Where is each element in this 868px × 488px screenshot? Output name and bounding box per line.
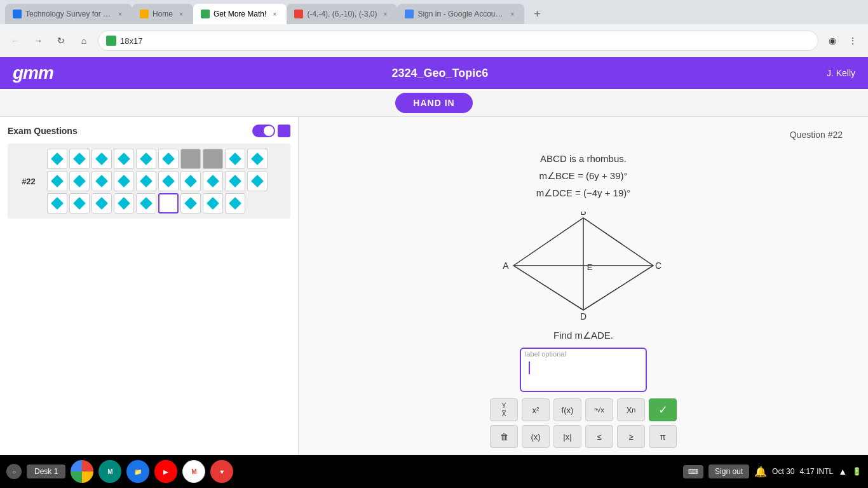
fraction-icon: Y X — [502, 403, 506, 417]
browser-tab-4[interactable]: (-4,-4), (6,-10), (-3,0) × — [287, 4, 397, 24]
forward-button[interactable]: → — [29, 32, 47, 50]
browser-tab-3[interactable]: Get More Math! × — [193, 4, 287, 24]
function-key[interactable]: f(x) — [553, 398, 581, 421]
grid-cell-12[interactable] — [69, 171, 90, 191]
new-tab-button[interactable]: + — [527, 4, 547, 24]
browser-chrome: Technology Survey for Studen... × Home ×… — [0, 0, 868, 57]
keyboard-row-2: 🗑 (x) |x| ≤ ≥ π — [490, 425, 677, 448]
diamond-icon — [207, 197, 219, 210]
gmail-app[interactable]: M — [182, 460, 205, 483]
check-key[interactable]: ✓ — [649, 398, 677, 421]
address-bar[interactable]: 18x17 — [98, 30, 818, 51]
grid-cell-21[interactable] — [47, 193, 67, 214]
grid-cell-25[interactable] — [136, 193, 156, 214]
grid-cell-16[interactable] — [158, 171, 179, 191]
geq-key[interactable]: ≥ — [617, 425, 645, 448]
browser-tab-2[interactable]: Home × — [132, 4, 193, 24]
grid-cell-3[interactable] — [92, 149, 112, 169]
signout-button[interactable]: Sign out — [709, 464, 749, 478]
tab-close-3[interactable]: × — [270, 10, 279, 18]
tab-close-2[interactable]: × — [177, 10, 186, 18]
answer-area: Find m∠ADE. label optional Y X x² f(x) — [324, 330, 843, 448]
pi-key[interactable]: π — [649, 425, 677, 448]
tab-title-2: Home — [153, 10, 173, 18]
tab-close-1[interactable]: × — [116, 10, 125, 18]
browser-tab-5[interactable]: Sign in - Google Accounts × — [397, 4, 524, 24]
grid-cell-28[interactable] — [203, 193, 223, 214]
grid-cell-6[interactable] — [158, 149, 179, 169]
tab-favicon-4 — [294, 10, 303, 18]
app-6[interactable]: ♥ — [210, 460, 233, 483]
abs-key[interactable]: |x| — [553, 425, 581, 448]
back-button[interactable]: ← — [6, 32, 24, 50]
tab-favicon-2 — [140, 10, 149, 18]
nthroot-key[interactable]: ⁿ√x — [585, 398, 613, 421]
refresh-button[interactable]: ↻ — [52, 32, 70, 50]
svg-text:B: B — [580, 212, 586, 217]
grid-cell-20[interactable] — [247, 171, 268, 191]
handin-button[interactable]: HAND IN — [395, 93, 472, 113]
desk-button[interactable]: Desk 1 — [27, 464, 65, 478]
grid-cell-22[interactable] — [69, 193, 90, 214]
home-button[interactable]: ⌂ — [75, 32, 93, 50]
grid-cell-24[interactable] — [114, 193, 134, 214]
tab-close-5[interactable]: × — [508, 10, 517, 18]
diamond-icon — [51, 152, 64, 165]
grid-cell-23[interactable] — [92, 193, 112, 214]
diamond-icon — [251, 175, 264, 187]
grid-cell-11[interactable] — [47, 171, 67, 191]
tab-title-4: (-4,-4), (6,-10), (-3,0) — [307, 10, 377, 18]
diamond-icon — [51, 175, 64, 187]
diamond-icon — [95, 175, 108, 187]
files-app[interactable]: 📁 — [126, 460, 149, 483]
diamond-icon — [73, 175, 86, 187]
grid-cell-27[interactable] — [180, 193, 201, 214]
grid-cell-9[interactable] — [225, 149, 245, 169]
panel-header: Exam Questions — [8, 125, 290, 137]
youtube-app[interactable]: ▶ — [154, 460, 177, 483]
notifications-icon[interactable]: 🔔 — [754, 466, 767, 478]
delete-key[interactable]: 🗑 — [490, 425, 518, 448]
cursor-blink — [529, 362, 530, 374]
diamond-icon — [229, 197, 241, 210]
grid-cell-26-current[interactable] — [158, 193, 179, 214]
subscript-key[interactable]: Xn — [617, 398, 645, 421]
menu-button[interactable]: ⋮ — [844, 32, 862, 50]
diamond-icon — [73, 152, 86, 165]
taskbar-date: Oct 30 — [772, 467, 794, 476]
grid-cell-8[interactable] — [203, 149, 223, 169]
svg-text:E: E — [587, 262, 593, 272]
parens-key[interactable]: (x) — [522, 425, 550, 448]
toggle[interactable] — [252, 125, 275, 137]
square-key[interactable]: x² — [522, 398, 550, 421]
grid-cell-14[interactable] — [114, 171, 134, 191]
grid-cell-17[interactable] — [180, 171, 201, 191]
grid-cell-15[interactable] — [136, 171, 156, 191]
toolbar-icons: ◉ ⋮ — [824, 32, 862, 50]
browser-tab-1[interactable]: Technology Survey for Studen... × — [5, 4, 132, 24]
chrome-app[interactable] — [71, 460, 93, 483]
grid-cell-18[interactable] — [203, 171, 223, 191]
diamond-icon — [162, 175, 175, 187]
overview-button[interactable]: ○ — [6, 464, 22, 479]
grid-cell-29[interactable] — [225, 193, 245, 214]
grid-cell-7[interactable] — [180, 149, 201, 169]
grid-cell-13[interactable] — [92, 171, 112, 191]
grid-cell-19[interactable] — [225, 171, 245, 191]
leq-key[interactable]: ≤ — [585, 425, 613, 448]
grid-cell-5[interactable] — [136, 149, 156, 169]
tab-favicon-1 — [13, 10, 22, 18]
grid-cell-1[interactable] — [47, 149, 67, 169]
grid-cell-2[interactable] — [69, 149, 90, 169]
fraction-key[interactable]: Y X — [490, 398, 518, 421]
answer-input-container: label optional — [520, 348, 647, 392]
toggle-switch[interactable] — [252, 125, 290, 137]
tab-title-5: Sign in - Google Accounts — [417, 10, 504, 18]
grid-cell-4[interactable] — [114, 149, 134, 169]
grid-cell-10[interactable] — [247, 149, 268, 169]
meet-app[interactable]: M — [98, 460, 121, 483]
tab-close-4[interactable]: × — [381, 10, 390, 18]
diamond-icon — [118, 197, 130, 210]
problem-line-1: ABCD is a rhombus. — [324, 150, 843, 167]
extensions-button[interactable]: ◉ — [824, 32, 841, 50]
